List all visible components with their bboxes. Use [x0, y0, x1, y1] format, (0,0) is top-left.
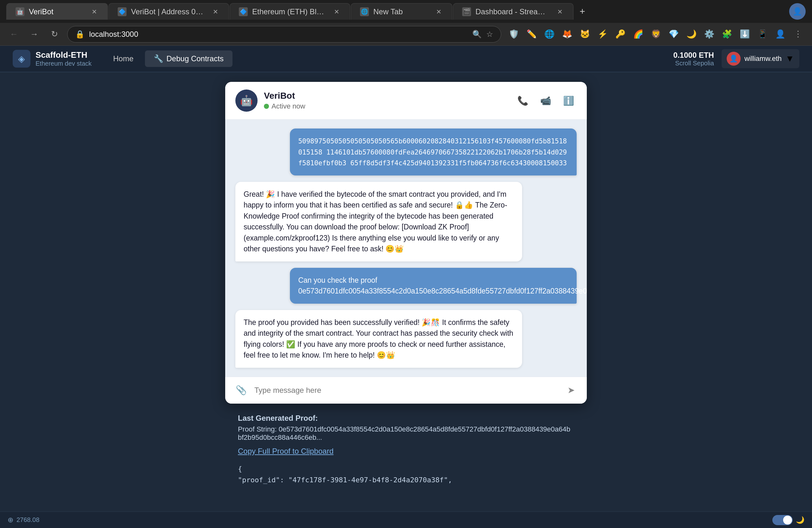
tab-veribot[interactable]: 🤖 VeriBot ✕: [6, 3, 108, 20]
browser-profile-button[interactable]: 👤: [789, 3, 806, 20]
device-icon[interactable]: 📱: [755, 27, 770, 42]
main-content: 🤖 VeriBot Active now 📞 📹 ℹ️ 5098: [0, 72, 812, 528]
lion-icon[interactable]: 🦁: [648, 27, 664, 42]
tab-icon-address: 🔷: [118, 7, 127, 16]
copy-proof-button[interactable]: Copy Full Proof to Clipboard: [238, 447, 574, 456]
chat-actions: 📞 📹 ℹ️: [514, 92, 577, 109]
tab-icon-newtab: 🌐: [360, 7, 369, 16]
chat-messages: 5098975050505050505050565b60006020828403…: [225, 119, 587, 377]
status-text: Active now: [272, 102, 305, 111]
extensions-icon[interactable]: 🧩: [720, 27, 735, 42]
user-icon[interactable]: 👤: [773, 27, 788, 42]
eth-balance: 0.1000 ETH Scroll Sepolia: [673, 51, 714, 67]
message-text-2: Great! 🎉 I have verified the bytecode of…: [244, 190, 507, 253]
message-sent-2: Can you check the proof 0e573d7601dfc005…: [290, 268, 577, 304]
rainbow-icon[interactable]: 🌈: [630, 27, 646, 42]
app-subtitle: Ethereum dev stack: [35, 60, 92, 67]
bot-info: VeriBot Active now: [264, 91, 514, 111]
below-chat: Last Generated Proof: Proof String: 0e57…: [225, 404, 587, 496]
cat-icon[interactable]: 🐱: [577, 27, 593, 42]
tab-icon-ethereum: 🔷: [239, 7, 248, 16]
new-tab-button[interactable]: +: [574, 3, 591, 20]
app-logo-text: Scaffold-ETH Ethereum dev stack: [35, 50, 92, 67]
user-profile[interactable]: 👤 williamw.eth ▼: [722, 49, 799, 68]
lightning-icon[interactable]: ⚡: [595, 27, 610, 42]
avatar: 👤: [727, 52, 741, 66]
message-text-4: The proof you provided has been successf…: [244, 318, 513, 359]
tab-newtab[interactable]: 🌐 New Tab ✕: [351, 3, 452, 20]
json-line-1: {: [238, 463, 574, 474]
tab-close-address[interactable]: ✕: [211, 7, 220, 16]
shield-icon[interactable]: 🛡️: [506, 27, 521, 42]
address-bar[interactable]: 🔒 localhost:3000 🔍 ☆: [67, 26, 501, 43]
toggle-switch[interactable]: [772, 515, 793, 525]
message-input[interactable]: [255, 386, 557, 395]
message-text-1: 5098975050505050505050565b60006020828403…: [298, 138, 567, 167]
status-dot: [264, 104, 269, 109]
chat-input-area: 📎 ➤: [225, 377, 587, 404]
tab-bar: 🤖 VeriBot ✕ 🔷 VeriBot | Address 0xc7c63.…: [0, 0, 812, 23]
search-icon: 🔍: [472, 30, 482, 39]
message-received-1: Great! 🎉 I have verified the bytecode of…: [235, 182, 522, 261]
chat-header: 🤖 VeriBot Active now 📞 📹 ℹ️: [225, 82, 587, 119]
edit-icon[interactable]: ✏️: [524, 27, 539, 42]
proof-string: Proof String: 0e573d7601dfc0054a33f8554c…: [238, 425, 574, 442]
moon-toolbar-icon[interactable]: 🌙: [684, 27, 699, 42]
tab-label-newtab: New Tab: [373, 7, 430, 16]
tab-address[interactable]: 🔷 VeriBot | Address 0xc7c63... ✕: [108, 3, 229, 20]
reload-button[interactable]: ↻: [47, 27, 62, 42]
settings-icon[interactable]: ⚙️: [701, 27, 717, 42]
eth-amount: 0.1000 ETH: [673, 51, 714, 60]
eth-network: Scroll Sepolia: [673, 60, 714, 67]
tab-icon-veribot: 🤖: [16, 7, 25, 16]
user-name: williamw.eth: [744, 55, 782, 63]
send-button[interactable]: ➤: [563, 382, 579, 399]
toggle-knob: [783, 516, 792, 525]
bot-status: Active now: [264, 102, 514, 111]
tab-icon-streamable: 🎬: [462, 7, 471, 16]
star-icon: ☆: [486, 30, 493, 39]
coordinates: 2768.08: [16, 516, 39, 524]
debug-icon: 🔧: [154, 54, 163, 63]
browser-chrome: 🤖 VeriBot ✕ 🔷 VeriBot | Address 0xc7c63.…: [0, 0, 812, 46]
key-icon[interactable]: 🔑: [613, 27, 628, 42]
globe-icon[interactable]: 🌐: [542, 27, 557, 42]
tab-label-ethereum: Ethereum (ETH) Blockchain...: [252, 7, 328, 16]
more-icon[interactable]: ⋮: [791, 27, 806, 42]
tab-ethereum[interactable]: 🔷 Ethereum (ETH) Blockchain... ✕: [230, 3, 350, 20]
tab-label-streamable: Dashboard - Streamable: [476, 7, 551, 16]
tab-label-address: VeriBot | Address 0xc7c63...: [131, 7, 206, 16]
download-icon[interactable]: ⬇️: [737, 27, 752, 42]
video-button[interactable]: 📹: [537, 92, 554, 109]
nav-home[interactable]: Home: [104, 51, 142, 67]
tab-close-streamable[interactable]: ✕: [555, 7, 564, 16]
back-button[interactable]: ←: [6, 27, 21, 42]
phone-button[interactable]: 📞: [514, 92, 531, 109]
bot-name: VeriBot: [264, 91, 514, 101]
dropdown-icon: ▼: [785, 54, 794, 64]
info-button[interactable]: ℹ️: [560, 92, 577, 109]
forward-button[interactable]: →: [27, 27, 42, 42]
message-sent-1: 5098975050505050505050565b60006020828403…: [290, 129, 577, 175]
nav-debug-contracts[interactable]: 🔧 Debug Contracts: [145, 51, 232, 67]
gem-icon[interactable]: 💎: [666, 27, 681, 42]
tab-close-newtab[interactable]: ✕: [434, 7, 443, 16]
message-text-3: Can you check the proof 0e573d7601dfc005…: [298, 276, 587, 296]
address-bar-row: ← → ↻ 🔒 localhost:3000 🔍 ☆ 🛡️ ✏️ 🌐 🦊 🐱 ⚡…: [0, 23, 812, 46]
toolbar-icons: 🛡️ ✏️ 🌐 🦊 🐱 ⚡ 🔑 🌈 🦁 💎 🌙 ⚙️ 🧩 ⬇️ 📱 👤 ⋮: [506, 27, 806, 42]
app-nav: Home 🔧 Debug Contracts: [104, 51, 232, 67]
bot-avatar: 🤖: [235, 89, 258, 112]
tab-streamable[interactable]: 🎬 Dashboard - Streamable ✕: [453, 3, 574, 20]
proof-label: Last Generated Proof:: [238, 414, 574, 423]
json-line-2: "proof_id": "47fc178f-3981-4e97-b4f8-2d4…: [238, 474, 574, 485]
coords-icon: ⊕: [8, 516, 13, 524]
dark-mode-toggle[interactable]: 🌙: [772, 515, 804, 525]
tab-close-veribot[interactable]: ✕: [90, 7, 99, 16]
attach-button[interactable]: 📎: [233, 382, 249, 399]
chat-window: 🤖 VeriBot Active now 📞 📹 ℹ️ 5098: [225, 82, 587, 404]
url-text: localhost:3000: [89, 30, 468, 39]
fox-icon[interactable]: 🦊: [560, 27, 575, 42]
json-preview: { "proof_id": "47fc178f-3981-4e97-b4f8-2…: [238, 463, 574, 485]
bottom-bar: ⊕ 2768.08 🌙: [0, 512, 812, 528]
tab-close-ethereum[interactable]: ✕: [332, 7, 341, 16]
